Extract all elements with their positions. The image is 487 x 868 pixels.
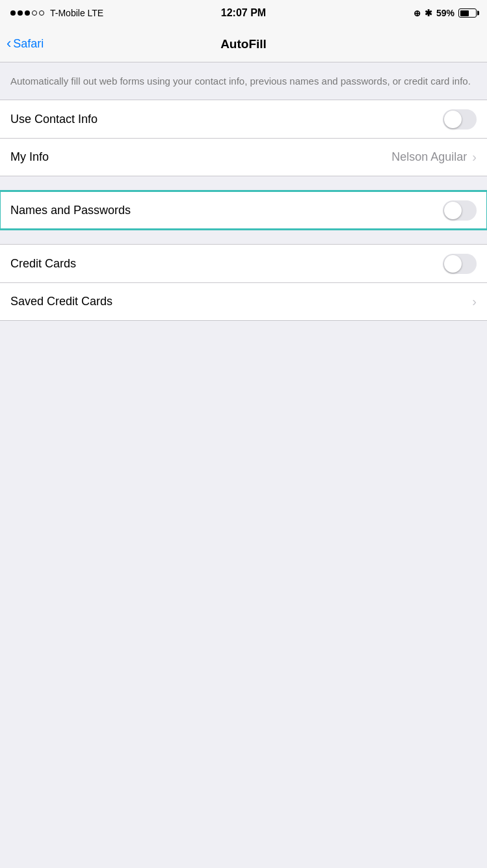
signal-dot-5	[39, 10, 44, 16]
description-text: Automatically fill out web forms using y…	[10, 74, 477, 88]
battery-icon	[458, 8, 477, 18]
description-section: Automatically fill out web forms using y…	[0, 62, 487, 100]
section-credit-cards: Credit Cards Saved Credit Cards ›	[0, 244, 487, 321]
saved-credit-cards-chevron-icon: ›	[472, 294, 477, 309]
saved-credit-cards-right: ›	[472, 294, 477, 309]
lock-icon: ⊕	[414, 8, 421, 18]
carrier-text: T-Mobile LTE	[50, 8, 103, 18]
names-passwords-row: Names and Passwords	[0, 191, 487, 229]
bluetooth-icon: ✱	[425, 8, 432, 18]
use-contact-info-label: Use Contact Info	[10, 113, 98, 126]
battery-percentage: 59%	[436, 8, 454, 18]
toggle-knob-passwords	[444, 202, 462, 219]
my-info-chevron-icon: ›	[472, 150, 477, 165]
signal-dot-2	[18, 10, 23, 16]
back-chevron-icon: ‹	[7, 36, 11, 51]
section-gap-2	[0, 230, 487, 244]
saved-credit-cards-label: Saved Credit Cards	[10, 295, 112, 308]
toggle-knob	[444, 111, 462, 128]
status-right: ⊕ ✱ 59%	[414, 8, 477, 18]
my-info-row[interactable]: My Info Nelson Aguilar ›	[0, 138, 487, 176]
status-left: T-Mobile LTE	[10, 8, 103, 18]
bottom-area	[0, 321, 487, 581]
page-title: AutoFill	[220, 37, 267, 51]
my-info-right: Nelson Aguilar ›	[391, 150, 477, 165]
use-contact-info-toggle[interactable]	[443, 109, 477, 129]
names-passwords-toggle[interactable]	[443, 200, 477, 221]
use-contact-info-row: Use Contact Info	[0, 100, 487, 138]
names-passwords-label: Names and Passwords	[10, 204, 131, 217]
back-button[interactable]: ‹ Safari	[7, 37, 44, 51]
signal-icon	[10, 10, 44, 16]
signal-dot-3	[25, 10, 30, 16]
section-contact-info: Use Contact Info My Info Nelson Aguilar …	[0, 100, 487, 176]
my-info-value: Nelson Aguilar	[391, 150, 467, 164]
section-gap-1	[0, 176, 487, 191]
status-time: 12:07 PM	[221, 7, 266, 19]
status-bar: T-Mobile LTE 12:07 PM ⊕ ✱ 59%	[0, 0, 487, 26]
back-label: Safari	[13, 37, 44, 51]
credit-cards-row: Credit Cards	[0, 245, 487, 282]
credit-cards-label: Credit Cards	[10, 257, 76, 271]
section-passwords: Names and Passwords	[0, 191, 487, 230]
saved-credit-cards-row[interactable]: Saved Credit Cards ›	[0, 282, 487, 320]
signal-dot-1	[10, 10, 16, 16]
credit-cards-toggle[interactable]	[443, 254, 477, 274]
nav-bar: ‹ Safari AutoFill	[0, 26, 487, 62]
toggle-knob-credit	[444, 255, 462, 273]
signal-dot-4	[32, 10, 37, 16]
my-info-label: My Info	[10, 150, 49, 164]
